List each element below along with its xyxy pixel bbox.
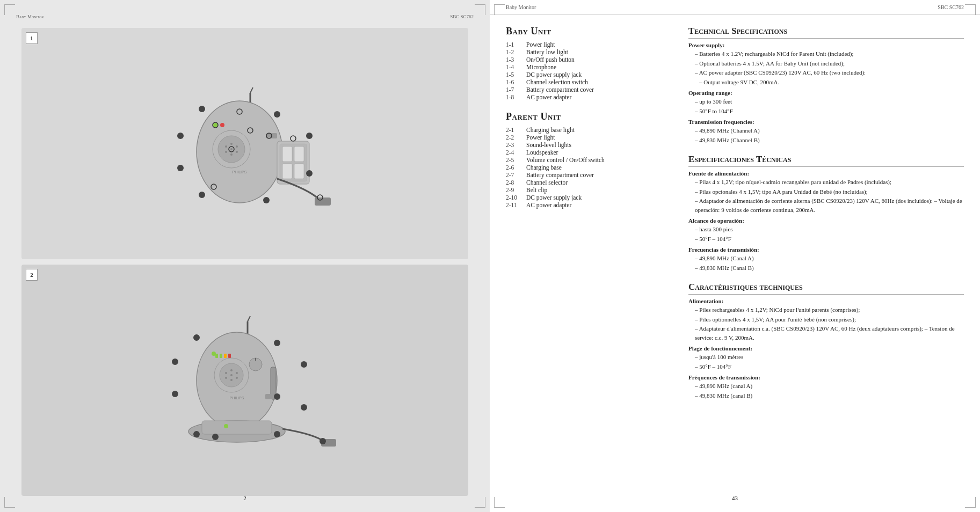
corner-mark-bl xyxy=(4,497,15,508)
svg-point-50 xyxy=(236,377,238,379)
svg-point-74 xyxy=(320,438,326,444)
caracteristiques-title: Caractéristiques techniques xyxy=(688,282,964,295)
parent-unit-list-item: 2-4Loudspeaker xyxy=(506,149,656,156)
svg-point-68 xyxy=(274,340,280,346)
item-num: 2-4 xyxy=(506,149,521,156)
range-item-1: up to 300 feet xyxy=(688,97,964,106)
fuente-item-2: Pilas opcionales 4 x 1,5V; tipo AA para … xyxy=(688,187,964,196)
svg-point-29 xyxy=(291,136,296,141)
svg-point-75 xyxy=(301,404,307,411)
svg-point-70 xyxy=(193,431,200,437)
parent-unit-list-item: 2-10DC power supply jack xyxy=(506,194,656,201)
caracteristiques-section: Caractéristiques techniques Alimentation… xyxy=(688,282,964,400)
corner-mark-br xyxy=(475,497,485,508)
svg-rect-17 xyxy=(282,164,292,179)
svg-line-1 xyxy=(250,87,253,93)
baby-unit-list-item: 1-2Battery low light xyxy=(506,49,656,55)
power-item-1: Batteries 4 x 1.2V; rechargeable NiCd fo… xyxy=(688,49,964,58)
item-label: AC power adapter xyxy=(526,94,571,100)
alcance-subtitle: Alcance de operación: xyxy=(688,217,964,224)
svg-point-8 xyxy=(225,145,227,148)
item-label: Volume control / On/Off switch xyxy=(526,157,605,163)
images-container: 1 PHILIPS xyxy=(11,23,479,501)
svg-point-32 xyxy=(177,165,184,171)
svg-point-71 xyxy=(274,431,280,437)
right-header: Baby Monitor SBC SC762 xyxy=(490,0,980,15)
svg-rect-53 xyxy=(224,354,227,358)
svg-text:PHILIPS: PHILIPS xyxy=(233,170,247,174)
item-num: 2-1 xyxy=(506,127,521,133)
parent-unit-section: Parent Unit 2-1Charging base light2-2Pow… xyxy=(506,111,656,208)
item-num: 2-6 xyxy=(506,164,521,171)
right-header-brand: Baby Monitor xyxy=(506,4,536,10)
svg-point-44 xyxy=(230,369,233,371)
item-num: 2-9 xyxy=(506,187,521,193)
item-label: Power light xyxy=(526,134,555,141)
svg-rect-15 xyxy=(282,147,292,162)
item-num: 1-8 xyxy=(506,94,521,100)
right-header-model: SBC SC762 xyxy=(938,4,964,10)
baby-unit-section: Baby Unit 1-1Power light1-2Battery low l… xyxy=(506,26,656,100)
svg-point-66 xyxy=(172,391,178,397)
right-left-column: Baby Unit 1-1Power light1-2Battery low l… xyxy=(490,15,672,512)
item-label: Channel selection switch xyxy=(526,79,588,85)
corner-mark-tl xyxy=(4,4,15,15)
trans-item-2: 49,830 MHz (Channel B) xyxy=(688,136,964,145)
svg-rect-64 xyxy=(265,394,275,399)
alimentation-item-2: Piles optionnelles 4 x 1,5V; AA pour l'u… xyxy=(688,315,964,324)
svg-point-73 xyxy=(212,434,219,440)
alimentation-item-1: Piles rechargeables 4 x 1,2V; NiCd pour … xyxy=(688,305,964,314)
item-label: Belt clip xyxy=(526,187,547,193)
power-item-2: Optional batteries 4 x 1.5V; AA for Baby… xyxy=(688,59,964,68)
parent-unit-list: 2-1Charging base light2-2Power light2-3S… xyxy=(506,127,656,208)
fuente-item-3: Adaptador de alimentación de corriente a… xyxy=(688,196,964,214)
operating-range-subtitle: Operating range: xyxy=(688,90,964,96)
svg-point-11 xyxy=(236,151,238,153)
power-item-4: Output voltage 9V DC, 200mA. xyxy=(688,78,964,87)
frequences-subtitle: Fréquences de transmission: xyxy=(688,374,964,381)
item-label: Battery compartment cover xyxy=(526,172,594,178)
technical-specs-title: Technical Specifications xyxy=(688,26,964,39)
parent-unit-image-box: 2 xyxy=(21,265,468,496)
baby-unit-list-item: 1-4Microphone xyxy=(506,64,656,70)
svg-text:PHILIPS: PHILIPS xyxy=(230,396,244,400)
item-num: 2-8 xyxy=(506,179,521,186)
range-item-2: 50°F to 104°F xyxy=(688,107,964,116)
parent-unit-list-item: 2-6Charging base xyxy=(506,164,656,171)
svg-point-34 xyxy=(274,111,280,118)
item-label: Power light xyxy=(526,41,555,48)
svg-point-36 xyxy=(306,170,313,177)
power-supply-subtitle: Power supply: xyxy=(688,42,964,48)
parent-unit-list-item: 2-2Power light xyxy=(506,134,656,141)
svg-rect-18 xyxy=(294,164,304,179)
svg-point-62 xyxy=(224,424,228,428)
svg-point-63 xyxy=(212,352,216,356)
baby-unit-list-item: 1-6Channel selection switch xyxy=(506,79,656,85)
transmission-subtitle: Transmission frequencies: xyxy=(688,119,964,125)
item-label: Microphone xyxy=(526,64,556,70)
right-corner-bl xyxy=(494,497,505,508)
svg-rect-52 xyxy=(220,354,222,358)
item-label: Battery low light xyxy=(526,49,568,55)
svg-point-6 xyxy=(230,148,233,150)
item-label: AC power adapter xyxy=(526,202,571,208)
svg-line-40 xyxy=(248,316,250,321)
right-corner-br xyxy=(965,497,976,508)
alimentation-item-3: Adaptateur d'alimentation c.a. (SBC CS09… xyxy=(688,324,964,342)
baby-unit-svg: PHILIPS xyxy=(132,82,358,206)
item-label: Battery compartment cover xyxy=(526,86,594,93)
frec-item-1: 49,890 MHz (Canal A) xyxy=(688,254,964,263)
svg-point-38 xyxy=(263,197,270,203)
especificaciones-section: Especificaciones Técnicas Fuente de alim… xyxy=(688,154,964,272)
item-num: 2-3 xyxy=(506,142,521,148)
left-header-brand: Baby Monitor xyxy=(16,14,43,19)
item-num: 2-7 xyxy=(506,172,521,178)
svg-point-45 xyxy=(230,374,233,376)
svg-point-37 xyxy=(199,192,205,198)
corner-mark-tr xyxy=(475,4,485,15)
baby-unit-list: 1-1Power light1-2Battery low light1-3On/… xyxy=(506,41,656,100)
svg-point-21 xyxy=(213,123,217,127)
item-label: Sound-level lights xyxy=(526,142,571,148)
fuente-subtitle: Fuente de alimentación: xyxy=(688,170,964,177)
image2-number: 2 xyxy=(26,269,38,281)
